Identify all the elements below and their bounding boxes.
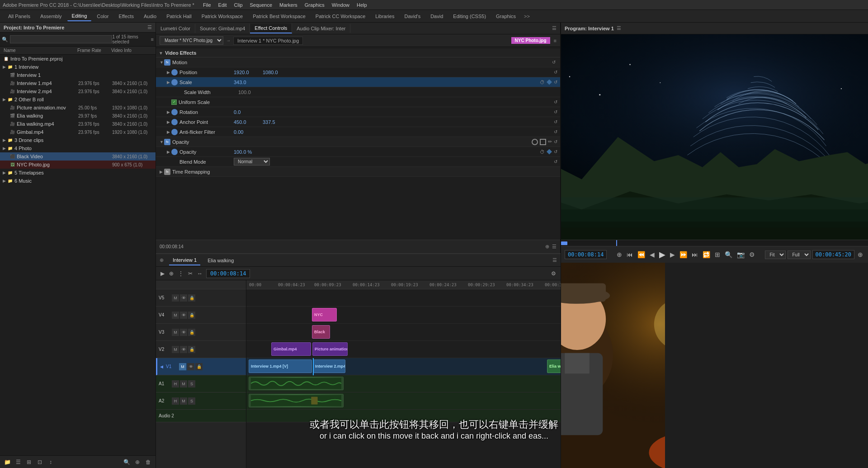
ec-panel-btn[interactable]: ≡ (554, 38, 557, 43)
tl-tab-interview1[interactable]: Interview 1 (169, 255, 200, 265)
prog-fit-select[interactable]: Fit (765, 251, 786, 259)
folder-arrow[interactable]: ▶ (3, 138, 6, 142)
v4-eye[interactable]: 👁 (180, 312, 187, 319)
folder-arrow[interactable]: ▶ (3, 65, 6, 69)
v2-toggle[interactable]: M (172, 346, 179, 353)
anchor-point-x[interactable]: 450.0 (234, 119, 261, 125)
rotation-reset[interactable]: ↺ (554, 109, 557, 114)
prog-timecode-right[interactable]: 00:00:45:20 (812, 250, 854, 259)
prog-zoom[interactable]: 🔍 (723, 250, 734, 260)
opacity-rect-btn[interactable] (540, 139, 546, 145)
interview2-clip[interactable]: Interview 2.mp4 (313, 359, 345, 373)
prog-add-button[interactable]: ⊕ (856, 250, 864, 260)
uniform-scale-reset[interactable]: ↺ (554, 99, 557, 104)
proj-item-folder-5[interactable]: ▶ 📁 5 Timelapses (0, 169, 156, 177)
proj-item-interview1[interactable]: 🎬 Interview 1 (0, 71, 156, 79)
interview1-clip[interactable]: Interview 1.mp4 [V] (249, 359, 312, 373)
opacity-arrow[interactable]: ▼ (160, 140, 164, 144)
timeline-add-icon[interactable]: ⊕ (160, 257, 164, 263)
folder-arrow[interactable]: ▶ (3, 170, 6, 175)
proj-item-eliawalkingmp4[interactable]: 🎥 Elia walking.mp4 23.976 fps 3840 x 216… (0, 120, 156, 128)
ec-timeline-add[interactable]: ⊕ (545, 244, 549, 250)
tab-audio-mixer[interactable]: Audio Clip Mixer: Inter (292, 24, 350, 33)
menu-graphics[interactable]: Graphics (302, 1, 328, 9)
scale-stopwatch[interactable]: ⏱ (540, 80, 545, 85)
nyc-clip-label[interactable]: NYC Photo.jpg (511, 37, 550, 44)
ws-patrick-best[interactable]: Patrick Best Workspace (248, 12, 310, 21)
proj-item-folder-6[interactable]: ▶ 📁 6 Music (0, 177, 156, 185)
prog-step-back-frame[interactable]: ◀ (648, 250, 656, 260)
ws-patrick-cc[interactable]: Patrick CC Workspace (311, 12, 370, 21)
scale-reset[interactable]: ↺ (554, 80, 557, 85)
v3-lock[interactable]: 🔒 (188, 329, 195, 336)
ec-timeline-menu[interactable]: ☰ (552, 244, 557, 250)
search-input[interactable] (10, 35, 112, 43)
proj-item-blackvideo[interactable]: ⬛ Black Video 3840 x 2160 (1.0) (0, 152, 156, 161)
timeline-ruler[interactable]: 00:00 00:00:04:23 00:00:09:23 00:00:14:2… (246, 280, 561, 289)
proj-item-pictanim[interactable]: 🎥 Picture animation.mov 25.00 fps 1920 x… (0, 104, 156, 112)
a2-m[interactable]: M (180, 397, 187, 405)
fx-video-arrow[interactable]: ▼ (159, 51, 163, 56)
v5-eye[interactable]: 👁 (180, 294, 187, 302)
anchor-point-reset[interactable]: ↺ (554, 119, 557, 124)
v3-eye[interactable]: 👁 (180, 329, 187, 336)
ws-color[interactable]: Color (92, 12, 113, 21)
position-reset[interactable]: ↺ (554, 70, 557, 75)
anti-flicker-value[interactable]: 0.00 (234, 129, 261, 135)
opacity-pen-btn[interactable]: ✏ (548, 139, 552, 145)
anchor-point-arrow[interactable]: ▶ (167, 120, 171, 124)
ws-davids[interactable]: David's (400, 12, 425, 21)
tab-source[interactable]: Source: Gimbal.mp4 (195, 24, 250, 33)
a1-h[interactable]: H (172, 380, 179, 388)
program-timebar[interactable] (561, 240, 868, 246)
a2-h[interactable]: H (172, 397, 179, 405)
clear-button[interactable]: 🗑 (144, 458, 153, 467)
position-arrow[interactable]: ▶ (167, 70, 171, 75)
ws-effects[interactable]: Effects (114, 12, 138, 21)
ws-audio[interactable]: Audio (139, 12, 161, 21)
elia-walking-clip[interactable]: Elia walking.mp4 (547, 359, 561, 373)
opacity-stopwatch[interactable]: ⏱ (540, 149, 545, 155)
tl-slip-button[interactable]: ↔ (196, 269, 203, 278)
position-x[interactable]: 1920.0 (234, 70, 261, 75)
ws-patrick-hall[interactable]: Patrick Hall (162, 12, 196, 21)
new-bin-button[interactable]: 📁 (3, 458, 12, 467)
v2-lock[interactable]: 🔒 (188, 346, 195, 353)
proj-item-proj-root[interactable]: 📋 Intro To Premiere.prproj (0, 55, 156, 63)
icon-view-button[interactable]: ⊞ (24, 458, 33, 467)
anti-flicker-reset[interactable]: ↺ (554, 129, 557, 134)
v1-eye[interactable]: 👁 (187, 363, 194, 370)
tab-effect-controls[interactable]: Effect Controls (250, 24, 292, 33)
prog-add-marker[interactable]: ⊕ (615, 250, 623, 260)
rotation-arrow[interactable]: ▶ (167, 110, 171, 114)
master-selector[interactable]: Master * NYC Photo.jpg (160, 36, 223, 45)
opacity-val-reset[interactable]: ↺ (554, 149, 557, 154)
proj-item-folder-4[interactable]: ▶ 📁 4 Photo (0, 144, 156, 152)
a2-s[interactable]: S (188, 397, 195, 405)
v2-eye[interactable]: 👁 (180, 346, 187, 353)
opacity-circle-btn[interactable] (532, 139, 538, 145)
folder-arrow[interactable]: ▶ (3, 179, 6, 183)
nyc-clip[interactable]: NYC (312, 308, 337, 321)
menu-file[interactable]: File (200, 1, 214, 9)
find-button[interactable]: 🔍 (122, 458, 131, 467)
proj-item-folder-1[interactable]: ▶ 📁 1 Interview (0, 63, 156, 71)
prog-step-back[interactable]: ⏪ (636, 250, 646, 260)
prog-timecode-left[interactable]: 00:00:08:14 (565, 250, 607, 259)
opacity-val-value[interactable]: 100.0 % (234, 149, 261, 155)
prog-go-start[interactable]: ⏮ (625, 250, 634, 260)
scale-arrow[interactable]: ▶ (167, 80, 171, 85)
proj-item-folder-3[interactable]: ▶ 📁 3 Drone clips (0, 136, 156, 144)
prog-go-end[interactable]: ⏭ (690, 250, 699, 260)
program-panel-menu-icon[interactable]: ☰ (617, 25, 621, 31)
ws-libraries[interactable]: Libraries (371, 12, 399, 21)
ws-patrick-workspace[interactable]: Patrick Workspace (197, 12, 248, 21)
program-playhead-marker[interactable] (561, 241, 567, 245)
scale-width-value[interactable]: 100.0 (238, 90, 265, 95)
ws-all-panels[interactable]: All Panels (4, 12, 35, 21)
prog-export-frame[interactable]: 📷 (736, 250, 746, 260)
a1-audio-clip[interactable] (249, 377, 344, 390)
prog-step-fwd[interactable]: ⏩ (678, 250, 689, 260)
scale-keyframe[interactable] (547, 80, 552, 85)
list-view-button[interactable]: ☰ (14, 458, 23, 467)
